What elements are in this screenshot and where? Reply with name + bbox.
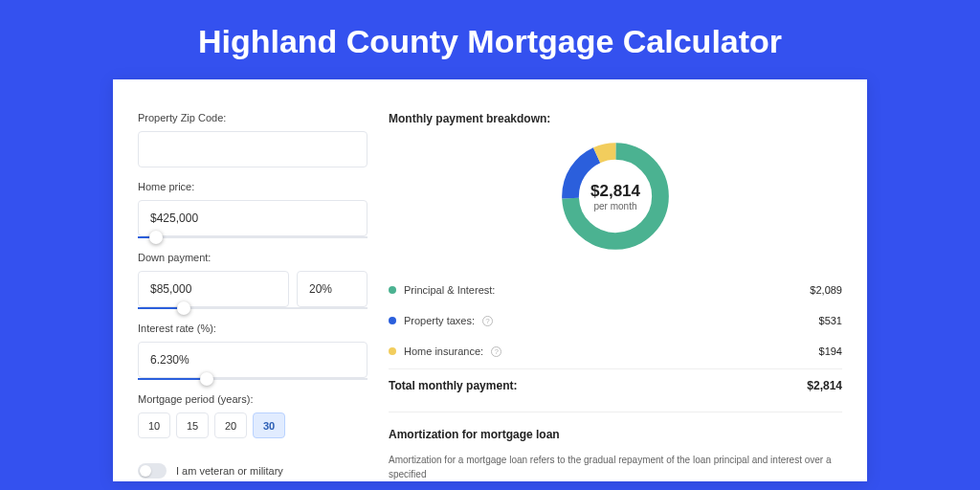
- legend-value-ins: $194: [819, 345, 842, 357]
- amortization-section: Amortization for mortgage loan Amortizat…: [389, 412, 842, 481]
- donut-center: $2,814 per month: [556, 137, 675, 256]
- interest-slider[interactable]: [138, 378, 368, 380]
- legend-label-ins: Home insurance:: [404, 345, 483, 357]
- period-btn-30[interactable]: 30: [253, 412, 285, 438]
- legend-row-pi: Principal & Interest: $2,089: [389, 275, 842, 305]
- donut-sub: per month: [593, 201, 636, 212]
- total-label: Total monthly payment:: [389, 379, 517, 392]
- zip-group: Property Zip Code:: [138, 112, 368, 167]
- period-btn-15[interactable]: 15: [176, 412, 209, 438]
- down-payment-group: Down payment:: [138, 252, 368, 309]
- input-column: Property Zip Code: Home price: Down paym…: [138, 112, 368, 481]
- veteran-label: I am veteran or military: [176, 465, 283, 477]
- period-label: Mortgage period (years):: [138, 393, 368, 405]
- dot-tax: [389, 317, 396, 324]
- down-payment-label: Down payment:: [138, 252, 368, 263]
- period-group: Mortgage period (years): 10 15 20 30: [138, 393, 368, 438]
- home-price-slider[interactable]: [138, 236, 368, 238]
- total-value: $2,814: [807, 379, 842, 392]
- total-row: Total monthly payment: $2,814: [389, 368, 842, 392]
- legend-label-pi: Principal & Interest:: [404, 284, 495, 296]
- page-title: Highland County Mortgage Calculator: [0, 0, 980, 79]
- veteran-toggle[interactable]: [138, 463, 167, 479]
- amortization-title: Amortization for mortgage loan: [389, 428, 842, 441]
- info-icon[interactable]: ?: [482, 316, 493, 326]
- breakdown-title: Monthly payment breakdown:: [389, 112, 842, 125]
- toggle-knob: [140, 465, 151, 477]
- home-price-input[interactable]: [138, 200, 368, 236]
- veteran-row: I am veteran or military: [138, 463, 368, 479]
- interest-input[interactable]: [138, 342, 368, 378]
- slider-fill: [138, 378, 207, 380]
- zip-label: Property Zip Code:: [138, 112, 368, 123]
- amortization-text: Amortization for a mortgage loan refers …: [389, 453, 842, 481]
- donut-wrap: $2,814 per month: [389, 137, 842, 256]
- down-payment-slider[interactable]: [138, 307, 368, 309]
- slider-thumb[interactable]: [200, 372, 213, 386]
- info-icon[interactable]: ?: [491, 346, 501, 357]
- period-btn-20[interactable]: 20: [214, 412, 247, 438]
- calculator-card: Property Zip Code: Home price: Down paym…: [113, 79, 867, 481]
- legend-row-ins: Home insurance: ? $194: [389, 336, 842, 367]
- home-price-label: Home price:: [138, 181, 368, 192]
- period-options: 10 15 20 30: [138, 412, 368, 438]
- period-btn-10[interactable]: 10: [138, 412, 170, 438]
- dot-ins: [389, 347, 396, 355]
- dot-pi: [389, 286, 396, 294]
- slider-thumb[interactable]: [177, 301, 190, 315]
- zip-input[interactable]: [138, 131, 368, 167]
- breakdown-column: Monthly payment breakdown: $2,814 per mo…: [389, 112, 842, 481]
- interest-label: Interest rate (%):: [138, 323, 368, 334]
- down-payment-amount-input[interactable]: [138, 271, 289, 307]
- down-payment-percent-input[interactable]: [297, 271, 368, 307]
- payment-donut-chart: $2,814 per month: [556, 137, 675, 256]
- legend: Principal & Interest: $2,089 Property ta…: [389, 275, 842, 367]
- interest-group: Interest rate (%):: [138, 323, 368, 380]
- legend-value-pi: $2,089: [810, 284, 842, 296]
- legend-row-tax: Property taxes: ? $531: [389, 305, 842, 336]
- slider-thumb[interactable]: [149, 231, 163, 244]
- legend-value-tax: $531: [819, 315, 842, 326]
- donut-amount: $2,814: [590, 182, 640, 201]
- home-price-group: Home price:: [138, 181, 368, 238]
- legend-label-tax: Property taxes:: [404, 315, 475, 326]
